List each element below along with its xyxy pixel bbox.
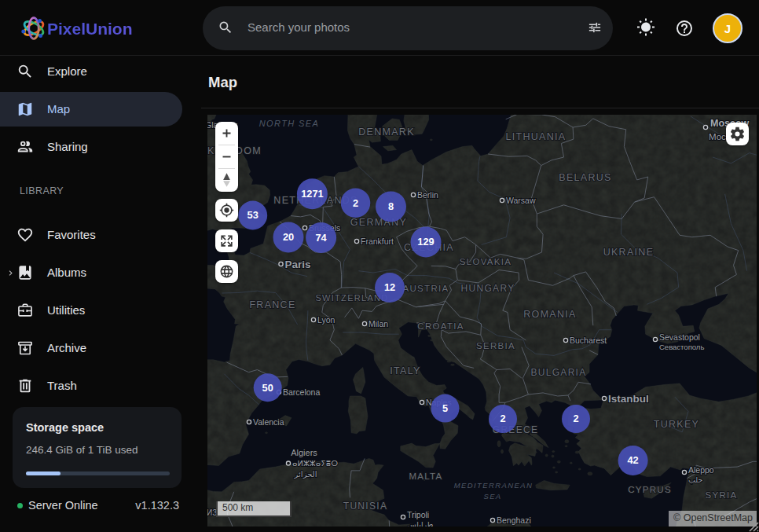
svg-text:Tripoli: Tripoli (407, 510, 429, 519)
svg-text:12: 12 (384, 281, 395, 293)
svg-text:CYPRUS: CYPRUS (628, 485, 672, 494)
svg-text:SYRIA: SYRIA (705, 490, 737, 500)
svg-text:TUNISIA: TUNISIA (343, 501, 387, 512)
svg-text:ⴰⵍⵣⵣⴰⵢⴻⵔ: ⴰⵍⵣⵣⴰⵢⴻⵔ (292, 459, 338, 468)
svg-text:SEA: SEA (483, 492, 501, 501)
svg-text:Milan: Milan (368, 319, 388, 328)
svg-text:Valencia: Valencia (253, 417, 284, 427)
svg-text:Frankfurt: Frankfurt (361, 237, 394, 246)
svg-text:طرابلس: طرابلس (407, 520, 433, 527)
svg-text:1271: 1271 (301, 188, 323, 200)
svg-text:Warsaw: Warsaw (506, 196, 536, 205)
svg-text:42: 42 (627, 454, 638, 466)
svg-text:DENMARK: DENMARK (358, 127, 415, 138)
svg-text:8: 8 (388, 200, 394, 212)
svg-text:Benghazi: Benghazi (497, 515, 531, 525)
svg-text:Paris: Paris (285, 259, 311, 270)
svg-text:FRANCE: FRANCE (249, 299, 295, 310)
svg-text:2: 2 (353, 197, 358, 209)
svg-text:Aleppo: Aleppo (688, 465, 714, 475)
svg-text:SLOVAKIA: SLOVAKIA (460, 257, 512, 266)
svg-text:74: 74 (315, 232, 327, 244)
svg-text:Севастополь: Севастополь (659, 343, 704, 351)
svg-text:Sevastopol: Sevastopol (659, 332, 700, 342)
svg-text:LITHUANIA: LITHUANIA (506, 131, 566, 142)
svg-text:BELARUS: BELARUS (559, 172, 611, 183)
svg-text:Istanbul: Istanbul (608, 393, 649, 405)
svg-text:Algiers: Algiers (291, 448, 317, 457)
svg-text:20: 20 (283, 231, 294, 243)
svg-text:Barcelona: Barcelona (283, 387, 320, 397)
svg-text:CROATIA: CROATIA (417, 321, 464, 331)
svg-text:BULGARIA: BULGARIA (530, 367, 586, 378)
svg-text:53: 53 (248, 209, 258, 221)
svg-text:حلب: حلب (688, 475, 702, 484)
svg-text:MALTA: MALTA (409, 471, 442, 481)
svg-text:Berlin: Berlin (417, 190, 438, 200)
svg-text:Bucharest: Bucharest (570, 336, 607, 345)
svg-text:NORTH SEA: NORTH SEA (259, 119, 320, 128)
svg-text:MEDITERRANEAN: MEDITERRANEAN (454, 481, 534, 490)
svg-text:129: 129 (417, 236, 434, 248)
svg-text:ROMANIA: ROMANIA (523, 309, 576, 320)
svg-text:2: 2 (573, 413, 578, 424)
svg-text:TURKEY: TURKEY (654, 419, 700, 430)
svg-text:AUSTRIA: AUSTRIA (403, 284, 449, 293)
svg-text:SERBIA: SERBIA (476, 341, 515, 350)
svg-text:Lyon: Lyon (317, 315, 336, 325)
svg-text:5: 5 (442, 402, 448, 414)
svg-text:UKRAINE: UKRAINE (603, 247, 654, 258)
svg-text:50: 50 (262, 382, 273, 394)
svg-text:الجزائر: الجزائر (294, 470, 317, 479)
svg-text:HUNGARY: HUNGARY (461, 283, 515, 294)
svg-text:2: 2 (500, 413, 505, 424)
svg-text:ITALY: ITALY (390, 365, 420, 376)
